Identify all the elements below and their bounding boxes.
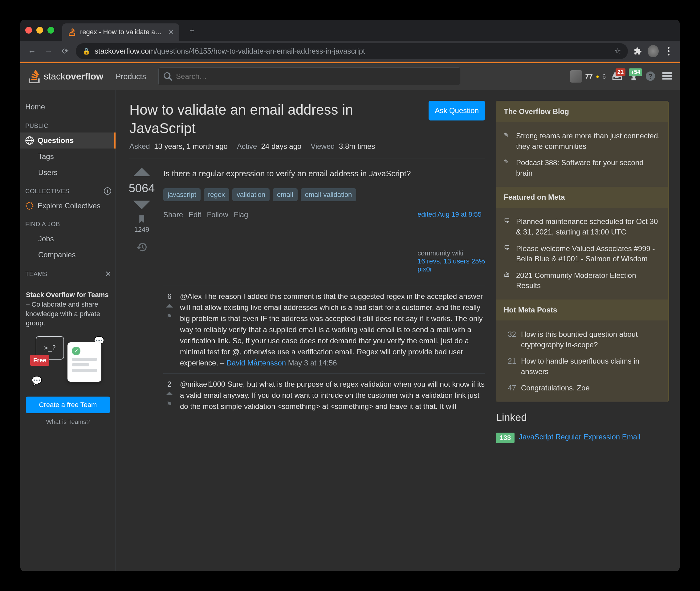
sidebar-questions[interactable]: Questions <box>20 132 116 148</box>
edited-link[interactable]: edited Aug 19 at 8:55 <box>417 210 485 218</box>
svg-text:?: ? <box>648 72 652 80</box>
sidebar-widget: The Overflow Blog ✎Strong teams are more… <box>496 101 669 402</box>
nav-reload-icon[interactable]: ⟳ <box>59 45 71 57</box>
comment-text: @Alex The reason I added this comment is… <box>180 292 483 367</box>
widget-item[interactable]: 32How is this bountied question about cr… <box>504 326 661 353</box>
svg-rect-4 <box>662 78 672 79</box>
left-sidebar: Home PUBLIC Questions Tags Users COLLECT… <box>20 90 116 571</box>
comment-flag-icon[interactable]: ⚑ <box>166 311 172 321</box>
sidebar-users[interactable]: Users <box>20 165 116 181</box>
revisions-link[interactable]: 16 revs, 13 users 25% <box>417 257 485 265</box>
bookmark-icon <box>137 215 146 223</box>
create-team-button[interactable]: Create a free Team <box>26 397 110 413</box>
tag[interactable]: validation <box>232 188 270 201</box>
comment-upvote[interactable] <box>166 304 173 308</box>
edit-link[interactable]: Edit <box>189 210 201 219</box>
teams-card-title: Stack Overflow for Teams <box>26 291 109 299</box>
share-link[interactable]: Share <box>163 210 183 219</box>
comment-upvote[interactable] <box>166 392 173 395</box>
sidebar-explore-collectives-label: Explore Collectives <box>38 201 100 210</box>
follow-link[interactable]: Follow <box>207 210 228 219</box>
card-icon: ✓ <box>67 342 101 382</box>
window-minimize[interactable] <box>37 27 43 34</box>
comment-score: 2 <box>167 379 171 390</box>
tag[interactable]: email <box>273 188 298 201</box>
nav-back-icon[interactable]: ← <box>26 45 38 57</box>
nav-forward-icon[interactable]: → <box>43 45 55 57</box>
lock-icon: 🔒 <box>83 48 90 55</box>
widget-item[interactable]: 2021 Community Moderator Election Result… <box>504 267 661 294</box>
tab-title: regex - How to validate an ema <box>80 28 164 36</box>
new-tab-button[interactable]: ＋ <box>184 22 200 38</box>
comment-flag-icon[interactable]: ⚑ <box>166 399 172 409</box>
info-icon[interactable]: i <box>104 187 111 195</box>
svg-rect-3 <box>662 75 672 77</box>
inbox-icon[interactable]: 21 <box>612 71 622 82</box>
site-switcher-icon[interactable] <box>662 71 672 82</box>
what-is-teams-link[interactable]: What is Teams? <box>26 417 110 426</box>
comment-score: 6 <box>167 291 171 302</box>
linked-header: Linked <box>496 411 669 423</box>
achievements-icon[interactable]: +54 <box>629 71 639 82</box>
bookmark-star-icon[interactable]: ☆ <box>614 47 621 56</box>
comment-date: May 3 at 14:56 <box>288 359 337 367</box>
profile-avatar-icon[interactable] <box>648 46 659 57</box>
widget-item[interactable]: 47Congratulations, Zoe <box>504 380 661 396</box>
search-box[interactable] <box>158 67 460 85</box>
flag-link[interactable]: Flag <box>234 210 248 219</box>
widget-item[interactable]: ✎Strong teams are more than just connect… <box>504 128 661 154</box>
sidebar-jobs[interactable]: Jobs <box>20 231 116 247</box>
tag[interactable]: email-validation <box>301 188 356 201</box>
sidebar-questions-label: Questions <box>38 136 74 145</box>
browser-menu-icon[interactable] <box>663 46 674 57</box>
search-icon <box>163 72 172 81</box>
widget-item[interactable]: ✎Podcast 388: Software for your second b… <box>504 154 661 181</box>
chat-icon: 💬 <box>31 375 42 387</box>
sidebar-explore-collectives[interactable]: Explore Collectives <box>20 198 116 214</box>
widget-item[interactable]: 21How to handle superfluous claims in an… <box>504 353 661 380</box>
extensions-icon[interactable] <box>632 46 643 57</box>
history-icon <box>137 242 147 252</box>
comment-author[interactable]: David Mårtensson <box>226 359 286 367</box>
topbar-user: 77 ● 6 21 +54 ? <box>570 70 672 82</box>
widget-item[interactable]: 🗨Please welcome Valued Associates #999 -… <box>504 240 661 267</box>
question-stats: Asked 13 years, 1 month ago Active 24 da… <box>129 142 485 158</box>
author-link[interactable]: pix0r <box>417 265 485 273</box>
upvote-button[interactable] <box>133 168 150 176</box>
bookmark-button[interactable]: 1249 <box>134 215 149 234</box>
search-input[interactable] <box>176 72 455 81</box>
linked-item[interactable]: 133 JavaScript Regular Expression Email <box>496 430 669 446</box>
stackoverflow-favicon-icon <box>68 28 76 36</box>
speech-icon: 🗨 <box>504 216 511 237</box>
browser-chrome: regex - How to validate an ema ✕ ＋ ← → ⟳… <box>20 20 680 62</box>
url-input[interactable]: 🔒 stackoverflow.com/questions/46155/how-… <box>76 43 628 59</box>
downvote-button[interactable] <box>133 201 150 209</box>
window-maximize[interactable] <box>48 27 54 34</box>
star-burst-icon <box>25 201 34 210</box>
tag[interactable]: javascript <box>163 188 201 201</box>
user-profile-chip[interactable]: 77 ● 6 <box>570 70 606 82</box>
site-topbar: stackoverflow Products 77 ● 6 21 +54 ? <box>20 63 680 90</box>
linked-title[interactable]: JavaScript Regular Expression Email <box>519 433 640 441</box>
tag[interactable]: regex <box>204 188 229 201</box>
widget-item[interactable]: 🗨Planned maintenance scheduled for Oct 3… <box>504 213 661 240</box>
sidebar-home[interactable]: Home <box>20 98 116 116</box>
window-close[interactable] <box>25 27 32 34</box>
achievements-badge: +54 <box>629 68 642 76</box>
site-logo[interactable]: stackoverflow <box>28 70 103 83</box>
browser-tab[interactable]: regex - How to validate an ema ✕ <box>62 23 179 41</box>
teams-illustration: >_? Free 💬 💬 ✓ <box>26 333 110 389</box>
close-icon[interactable]: ✕ <box>105 270 112 278</box>
sidebar-tags[interactable]: Tags <box>20 148 116 165</box>
address-bar: ← → ⟳ 🔒 stackoverflow.com/questions/4615… <box>20 41 680 62</box>
sidebar-companies[interactable]: Companies <box>20 247 116 263</box>
comments-list: 6 ⚑ @Alex The reason I added this commen… <box>163 286 485 417</box>
products-link[interactable]: Products <box>111 69 151 84</box>
pencil-icon: ✎ <box>504 131 511 151</box>
ask-question-button[interactable]: Ask Question <box>429 101 485 121</box>
main-content: How to validate an email address in Java… <box>129 101 485 560</box>
tab-close-icon[interactable]: ✕ <box>168 28 174 36</box>
history-button[interactable] <box>137 242 147 253</box>
help-icon[interactable]: ? <box>645 71 656 82</box>
globe-icon <box>25 136 34 145</box>
